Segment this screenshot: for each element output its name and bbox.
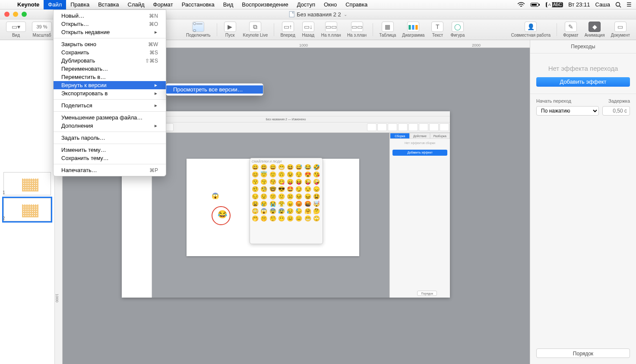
- start-transition-select[interactable]: По нажатию: [536, 106, 599, 116]
- slide-thumbnail-1[interactable]: 1: [3, 172, 51, 195]
- file-menu-item[interactable]: Поделиться►: [54, 101, 166, 110]
- slide-content: Без названия 2 — Изменено 😱 😂: [122, 111, 450, 298]
- start-transition-label: Начать переход: [536, 98, 571, 104]
- file-menu-item[interactable]: Изменить тему…: [54, 146, 166, 154]
- menu-window[interactable]: Окно: [320, 0, 341, 9]
- file-menu-item[interactable]: Напечатать…⌘P: [54, 166, 166, 174]
- zoom-window-button[interactable]: [22, 12, 27, 17]
- file-menu-item[interactable]: Экспортировать в►: [54, 89, 166, 97]
- title-chevron-icon: ⌄: [344, 12, 347, 17]
- tool-backward[interactable]: ▭↓Назад: [299, 21, 318, 38]
- menu-slide[interactable]: Слайд: [123, 0, 149, 9]
- svg-rect-2: [532, 4, 537, 6]
- file-menu-item[interactable]: Открыть недавние►: [54, 28, 166, 36]
- tool-text[interactable]: TТекст: [428, 21, 447, 38]
- tool-front[interactable]: ▭▭На п.план: [319, 21, 344, 38]
- document-title-text: Без названия 2 2: [297, 11, 341, 18]
- menu-view[interactable]: Вид: [219, 0, 238, 9]
- menu-edit[interactable]: Правка: [66, 0, 94, 9]
- zoom-button[interactable]: 39 %Масштаб: [29, 21, 54, 38]
- file-menu-item[interactable]: Сохранить⌘S: [54, 48, 166, 56]
- user-name[interactable]: Саша: [595, 1, 610, 8]
- delay-input[interactable]: [602, 106, 630, 116]
- slide-thumbnail-2[interactable]: 2: [3, 198, 51, 221]
- tool-chart[interactable]: ▮▮▮Диаграмма: [399, 21, 427, 38]
- file-menu-item[interactable]: Переименовать…: [54, 65, 166, 73]
- tool-forward[interactable]: ▭↑Вперед: [278, 21, 297, 38]
- tool-keynote-live[interactable]: ⧉Keynote Live: [240, 21, 271, 38]
- file-menu-dropdown: Новый…⌘NОткрыть…⌘OОткрыть недавние►Закры…: [53, 9, 166, 176]
- delay-label: Задержка: [608, 98, 630, 104]
- no-transition-label: Нет эффекта перехода: [530, 53, 636, 77]
- file-menu-item[interactable]: Закрыть окно⌘W: [54, 40, 166, 48]
- tool-connect[interactable]: ○—○Подключить: [184, 21, 213, 38]
- svg-line-4: [620, 6, 621, 7]
- clock[interactable]: Вт 23:11: [568, 1, 590, 8]
- file-menu-item[interactable]: Новый…⌘N: [54, 12, 166, 20]
- thumb-number: 2: [3, 216, 5, 221]
- app-menu[interactable]: Keynote: [13, 1, 44, 8]
- file-menu-item[interactable]: Открыть…⌘O: [54, 20, 166, 28]
- tool-play[interactable]: ▶Пуск: [221, 21, 240, 38]
- order-button[interactable]: Порядок: [536, 348, 630, 358]
- spotlight-icon[interactable]: [615, 2, 621, 8]
- inspector-panel: Переходы Нет эффекта перехода Добавить э…: [530, 40, 636, 364]
- file-menu-item[interactable]: Вернуть к версии►: [54, 81, 166, 89]
- tool-document[interactable]: ▭Документ: [608, 21, 633, 38]
- menu-help[interactable]: Справка: [341, 0, 372, 9]
- tool-collaborate[interactable]: 👤Совместная работа: [509, 21, 554, 38]
- battery-icon[interactable]: [530, 2, 541, 7]
- document-title[interactable]: Без названия 2 2 ⌄: [289, 11, 347, 18]
- emoji-picker: СМАЙЛИКИ И ЛЮДИ 😀😃😄😁😆😅😂🤣😊😇🙂🙃😉😌😍😘😗😙😚😋😛😝😜🤪…: [250, 158, 323, 244]
- macos-menubar: Keynote Файл Правка Вставка Слайд Формат…: [0, 0, 636, 9]
- tool-back[interactable]: ▭▭На з.план: [345, 21, 369, 38]
- document-icon: [289, 11, 294, 17]
- wifi-icon[interactable]: [517, 2, 525, 7]
- file-menu-item[interactable]: Задать пароль…: [54, 134, 166, 142]
- menu-extras-icon[interactable]: ☰: [627, 1, 632, 8]
- file-menu-item[interactable]: Дополнения►: [54, 122, 166, 130]
- menu-insert[interactable]: Вставка: [94, 0, 123, 9]
- browse-all-versions[interactable]: Просмотреть все версии…: [166, 85, 263, 94]
- emoji-scream: 😱: [212, 192, 219, 199]
- input-source[interactable]: ААБС: [546, 2, 563, 7]
- svg-rect-1: [539, 4, 540, 6]
- menu-arrange[interactable]: Расстановка: [177, 0, 219, 9]
- file-menu-item[interactable]: Переместить в…: [54, 73, 166, 81]
- emoji-laugh: 😂: [218, 210, 227, 219]
- slide-navigator[interactable]: 1 2: [0, 40, 55, 364]
- view-button[interactable]: ▭▾Вид: [3, 21, 28, 38]
- svg-point-3: [616, 2, 620, 6]
- close-window-button[interactable]: [4, 12, 9, 17]
- thumb-number: 1: [3, 190, 5, 195]
- menu-file[interactable]: Файл: [44, 0, 66, 9]
- inspector-header: Переходы: [530, 40, 636, 53]
- minimize-window-button[interactable]: [13, 12, 18, 17]
- menu-play[interactable]: Воспроизведение: [237, 0, 292, 9]
- menu-share[interactable]: Доступ: [293, 0, 320, 9]
- inner-title: Без названия 2 — Изменено: [122, 116, 450, 122]
- file-menu-item[interactable]: Сохранить тему…: [54, 154, 166, 162]
- tool-format[interactable]: ✎Формат: [560, 21, 581, 38]
- tool-shape[interactable]: ◯Фигура: [448, 21, 467, 38]
- menu-format[interactable]: Формат: [149, 0, 177, 9]
- tool-table[interactable]: ▦Таблица: [377, 21, 399, 38]
- tool-animation[interactable]: ◆Анимация: [582, 21, 608, 38]
- revert-submenu: Просмотреть все версии…: [166, 83, 263, 96]
- add-effect-button[interactable]: Добавить эффект: [536, 77, 630, 87]
- file-menu-item[interactable]: Уменьшение размера файла…: [54, 113, 166, 122]
- file-menu-item[interactable]: Дублировать⇧⌘S: [54, 56, 166, 65]
